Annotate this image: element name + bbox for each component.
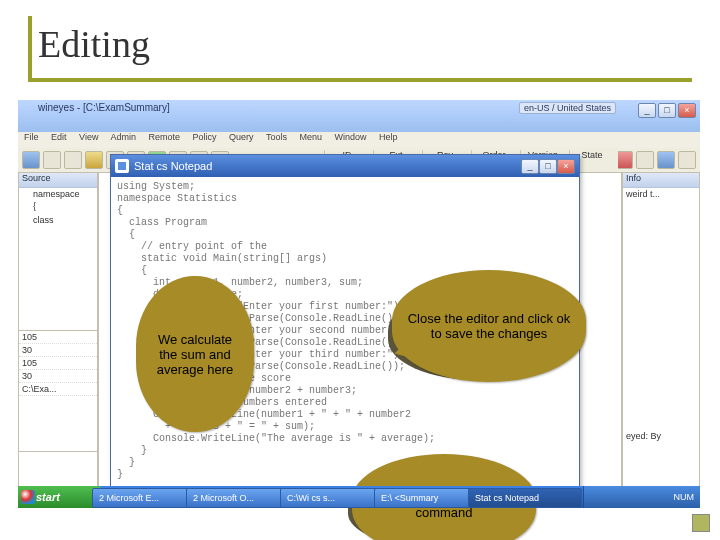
menu-menu[interactable]: Menu [299,132,322,142]
toolbar-icon[interactable] [678,151,696,169]
taskbar-item[interactable]: E:\ <Summary [374,488,478,508]
language-badge[interactable]: en-US / United States [519,102,616,114]
list-item[interactable]: 30 [19,344,97,357]
menu-file[interactable]: File [24,132,39,142]
toolbar-icon[interactable] [636,151,654,169]
code-line: Console.WriteLine("The average is " + av… [117,433,573,445]
code-line: using System; [117,181,573,193]
right-panel-header: Info [623,173,699,188]
code-line: } [117,445,573,457]
tree-item[interactable]: class [19,214,97,226]
notepad-maximize-button[interactable]: □ [539,159,557,174]
menubar: File Edit View Admin Remote Policy Query… [18,132,700,149]
screenshot-area: wineyes - [C:\ExamSummary] en-US / Unite… [18,100,700,508]
menu-policy[interactable]: Policy [193,132,217,142]
code-line: static void Main(string[] args) [117,253,573,265]
toolbar-icon[interactable] [64,151,82,169]
menu-admin[interactable]: Admin [110,132,136,142]
tree-item[interactable]: { [19,200,97,212]
outer-window-caption: wineyes - [C:\ExamSummary] [38,102,170,113]
toolbar-icon[interactable] [657,151,675,169]
notepad-title: Stat cs Notepad [134,160,212,172]
menu-query[interactable]: Query [229,132,254,142]
notepad-titlebar[interactable]: Stat cs Notepad _ □ × [111,155,579,177]
taskbar-item-active[interactable]: Stat cs Notepad [468,488,582,508]
toolbar-icon[interactable] [22,151,40,169]
info-line: weird t... [623,188,699,200]
code-line: class Program [117,217,573,229]
minimize-button[interactable]: _ [638,103,656,118]
notepad-minimize-button[interactable]: _ [521,159,539,174]
list-item[interactable]: C:\Exa... [19,383,97,396]
taskbar-item[interactable]: C:\Wi cs s... [280,488,384,508]
list-item[interactable]: 105 [19,331,97,344]
page-title: Editing [38,22,150,66]
taskbar-item[interactable]: 2 Microsoft E... [92,488,196,508]
code-line: { [117,229,573,241]
slide-footer-icon [692,514,710,532]
maximize-button[interactable]: □ [658,103,676,118]
menu-remote[interactable]: Remote [148,132,180,142]
menu-view[interactable]: View [79,132,98,142]
code-line: // entry point of the [117,241,573,253]
info-line: eyed: By [623,430,699,442]
toolbar-icon[interactable] [43,151,61,169]
notepad-icon [115,159,129,173]
menu-window[interactable]: Window [334,132,366,142]
list-item[interactable]: 30 [19,370,97,383]
callout-close-editor: Close the editor and click ok to save th… [392,270,586,382]
taskbar: start 2 Microsoft E... 2 Microsoft O... … [18,486,700,508]
code-line: { [117,205,573,217]
left-lower-panel: 105 30 105 30 C:\Exa... [18,330,98,452]
list-item[interactable]: 105 [19,357,97,370]
toolbar-icon[interactable] [85,151,103,169]
code-line: namespace Statistics [117,193,573,205]
taskbar-item[interactable]: 2 Microsoft O... [186,488,290,508]
menu-tools[interactable]: Tools [266,132,287,142]
close-button[interactable]: × [678,103,696,118]
right-panel: Info weird t... eyed: By [622,172,700,488]
menu-edit[interactable]: Edit [51,132,67,142]
tree-item[interactable]: namespace [19,188,97,200]
notepad-close-button[interactable]: × [557,159,575,174]
left-panel-header: Source [19,173,97,188]
system-tray[interactable]: NUM [583,486,700,508]
outer-window-titlebar: wineyes - [C:\ExamSummary] en-US / Unite… [18,100,700,133]
menu-help[interactable]: Help [379,132,398,142]
